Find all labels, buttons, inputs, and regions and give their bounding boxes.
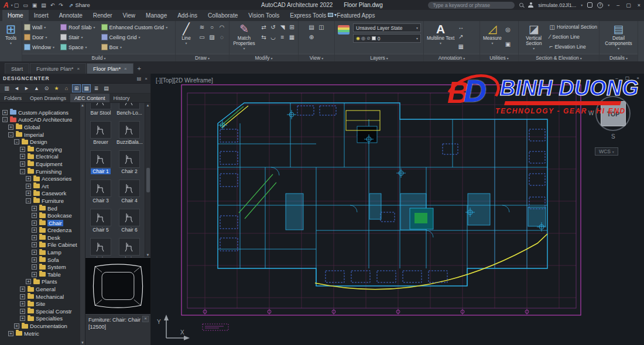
content-scrollbar[interactable]: ▲ ▼ bbox=[145, 103, 150, 257]
drawing-tab[interactable]: Start × bbox=[5, 63, 29, 74]
ribbon-tab[interactable]: Insert bbox=[29, 10, 54, 21]
ribbon-tab[interactable]: Home bbox=[2, 10, 29, 21]
autocad-logo-icon[interactable]: A bbox=[0, 1, 11, 9]
viewcube-south-label[interactable]: S bbox=[611, 133, 615, 140]
tree-item[interactable]: + File Cabinet bbox=[0, 242, 85, 249]
forward-icon[interactable]: ► bbox=[22, 84, 31, 92]
app-store-icon[interactable] bbox=[587, 2, 592, 8]
content-item[interactable]: Chair 5 bbox=[87, 205, 115, 234]
designcenter-title-bar[interactable]: DESIGNCENTER ▤ × bbox=[0, 74, 150, 84]
panel-label-section[interactable]: Section & Elevation bbox=[519, 54, 599, 61]
print-icon[interactable]: ▤ bbox=[41, 2, 46, 8]
new-file-icon[interactable]: ▢ bbox=[14, 2, 19, 8]
minimize-button[interactable]: – bbox=[616, 2, 619, 8]
tree-item[interactable]: - Imperial bbox=[0, 131, 85, 139]
tree-expander-icon[interactable]: + bbox=[32, 235, 37, 240]
palette-properties-icon[interactable]: ▤ bbox=[137, 76, 142, 81]
search-icon[interactable] bbox=[519, 3, 523, 7]
tree-expander-icon[interactable]: + bbox=[32, 206, 37, 211]
open-file-icon[interactable]: ▭ bbox=[23, 2, 28, 8]
tree-item[interactable]: + Credenza bbox=[0, 227, 85, 234]
tree-expander-icon[interactable]: + bbox=[32, 213, 37, 218]
tree-expander-icon[interactable]: + bbox=[20, 154, 25, 159]
new-drawing-button[interactable]: + bbox=[134, 63, 145, 74]
id-point-icon[interactable]: ◎ bbox=[505, 26, 511, 33]
scroll-down-icon[interactable]: ▼ bbox=[81, 341, 84, 344]
tree-expander-icon[interactable]: + bbox=[8, 125, 13, 130]
tree-item[interactable]: - Design bbox=[0, 138, 85, 146]
chevron-down-icon[interactable]: ▾ bbox=[11, 3, 13, 7]
panel-label-draw[interactable]: Draw bbox=[176, 54, 229, 61]
tree-item[interactable]: + Lamp bbox=[0, 249, 85, 256]
content-item[interactable]: Chair 1 bbox=[87, 146, 115, 175]
drawing-canvas[interactable]: Y X [-][Top][2D Wireframe] – ▢ × TOP W S… bbox=[151, 74, 644, 345]
viewport-controls[interactable]: [-][Top][2D Wireframe] bbox=[156, 77, 213, 84]
content-item[interactable]: Bar Stool bbox=[87, 103, 115, 117]
build-tool-button[interactable]: Window bbox=[24, 42, 54, 52]
panel-label-details[interactable]: Details bbox=[600, 54, 638, 61]
home-icon[interactable]: ⌂ bbox=[62, 84, 71, 92]
tree-item[interactable]: + Plants bbox=[0, 278, 85, 286]
ribbon-tab[interactable]: Manage bbox=[141, 10, 172, 21]
ribbon-tab[interactable]: Collaborate bbox=[203, 10, 243, 21]
chevron-down-icon[interactable]: ▾ bbox=[581, 3, 583, 7]
content-item[interactable]: Chair 8 bbox=[115, 234, 144, 257]
close-button[interactable]: × bbox=[638, 2, 640, 8]
tree-expander-icon[interactable]: + bbox=[20, 309, 25, 314]
panel-label-annotation[interactable]: Annotation bbox=[424, 54, 479, 61]
search-icon[interactable]: ⊙ bbox=[42, 84, 51, 92]
tree-item[interactable]: - Furniture bbox=[0, 197, 85, 205]
tree-expander-icon[interactable]: + bbox=[20, 161, 25, 167]
mirror-icon[interactable]: ⇆ bbox=[259, 32, 268, 42]
signed-in-user[interactable]: simulate.02Jl1... bbox=[538, 2, 576, 8]
close-tab-icon[interactable]: × bbox=[77, 66, 80, 71]
close-tab-icon[interactable]: × bbox=[124, 66, 127, 71]
line-button[interactable]: ╱ Line bbox=[177, 22, 195, 46]
tree-item[interactable]: + Table bbox=[0, 271, 85, 278]
leader-icon[interactable]: ↗ bbox=[458, 33, 464, 40]
tree-item[interactable]: + Custom Applications bbox=[0, 109, 85, 116]
tree-item[interactable]: - Furnishing bbox=[0, 168, 85, 175]
tree-expander-icon[interactable]: + bbox=[32, 220, 37, 226]
tree-item[interactable]: + Bookcase bbox=[0, 212, 85, 219]
share-button[interactable]: ⇗ Share bbox=[69, 2, 90, 8]
scrollbar-thumb[interactable] bbox=[146, 168, 150, 192]
measure-button[interactable]: ◿ Measure bbox=[482, 22, 503, 46]
content-item[interactable]: Chair 2 bbox=[115, 146, 144, 175]
build-tool-button[interactable]: Box bbox=[101, 42, 168, 52]
panel-label-view[interactable]: View bbox=[299, 54, 334, 61]
tree-item[interactable]: + Specialties bbox=[0, 315, 85, 323]
tree-expander-icon[interactable]: - bbox=[14, 139, 19, 144]
tree-item[interactable]: + Electrical bbox=[0, 153, 85, 161]
trim-icon[interactable]: ◥ bbox=[278, 22, 287, 32]
tree-expander-icon[interactable]: + bbox=[32, 250, 37, 255]
quick-calc-icon[interactable]: ▣ bbox=[505, 41, 511, 47]
tree-expander-icon[interactable]: - bbox=[26, 198, 31, 203]
user-icon[interactable] bbox=[528, 2, 533, 8]
tree-expander-icon[interactable]: - bbox=[20, 169, 25, 174]
ribbon-tab[interactable]: Featured Apps bbox=[331, 10, 380, 21]
content-item[interactable]: Chair 3 bbox=[87, 175, 115, 205]
build-tool-button[interactable]: Roof Slab bbox=[60, 22, 95, 32]
tree-item[interactable]: + Mechanical bbox=[0, 293, 85, 301]
tree-item[interactable]: + Chair bbox=[0, 219, 85, 227]
build-tool-button[interactable]: Door bbox=[24, 32, 54, 42]
tree-item[interactable]: + Conveying bbox=[0, 146, 85, 153]
rotate-icon[interactable]: ↺ bbox=[269, 22, 278, 32]
tree-item[interactable]: + Metric bbox=[0, 330, 85, 337]
tree-item[interactable]: + Desk bbox=[0, 234, 85, 242]
tree-item[interactable]: + Bed bbox=[0, 205, 85, 212]
tree-item[interactable]: + Global bbox=[0, 123, 85, 131]
ribbon-tab[interactable]: Render bbox=[88, 10, 118, 21]
offset-icon[interactable]: ≡ bbox=[278, 32, 287, 42]
hatch-icon[interactable]: ▨ bbox=[207, 32, 217, 42]
tree-expander-icon[interactable]: - bbox=[2, 117, 8, 122]
ribbon-display-toggle[interactable]: ▾ bbox=[328, 12, 337, 18]
content-item[interactable]: Bench-Lo... bbox=[115, 103, 144, 117]
circle-icon[interactable]: ○ bbox=[207, 22, 217, 32]
designcenter-tab[interactable]: History bbox=[109, 94, 134, 102]
vertical-section-button[interactable]: ◪ Vertical Section bbox=[520, 22, 547, 51]
tree-expander-icon[interactable]: + bbox=[32, 264, 37, 270]
content-item[interactable]: BuzziBala... bbox=[115, 117, 144, 146]
panel-label-section-utilities[interactable]: Utilities bbox=[480, 54, 518, 61]
